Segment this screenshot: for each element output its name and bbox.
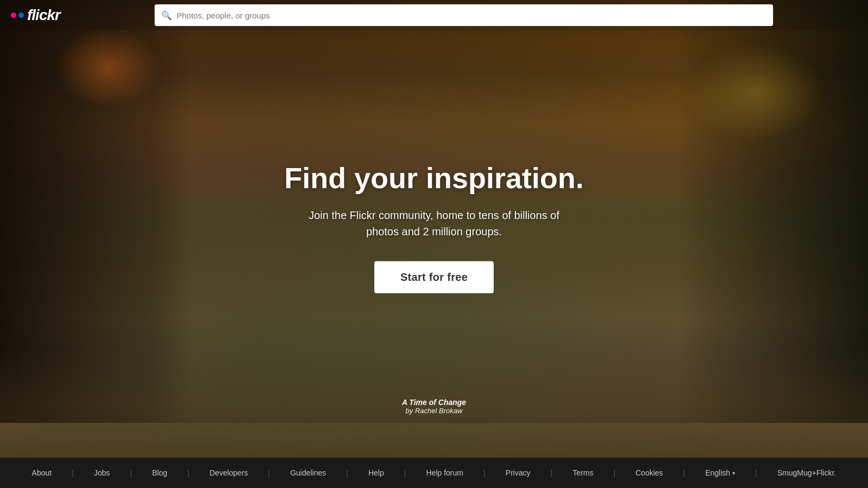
footer-divider-11: | xyxy=(755,468,757,477)
footer-link-help[interactable]: Help xyxy=(368,468,384,477)
photo-credit-author: by Rachel Brokaw xyxy=(402,407,466,415)
footer-link-blog[interactable]: Blog xyxy=(152,468,167,477)
search-icon: 🔍 xyxy=(161,10,172,21)
footer-link-guidelines[interactable]: Guidelines xyxy=(290,468,326,477)
footer-divider-1: | xyxy=(72,468,74,477)
logo-dots xyxy=(11,12,24,18)
footer: About | Jobs | Blog | Developers | Guide… xyxy=(0,458,868,488)
logo-dot-pink xyxy=(11,12,16,18)
start-for-free-button[interactable]: Start for free xyxy=(374,261,494,293)
footer-divider-6: | xyxy=(404,468,406,477)
footer-link-privacy[interactable]: Privacy xyxy=(506,468,531,477)
photo-credit-title: A Time of Change xyxy=(402,398,466,407)
autumn-accent-topleft xyxy=(54,27,163,108)
photo-credit: A Time of Change by Rachel Brokaw xyxy=(402,398,466,415)
footer-divider-2: | xyxy=(130,468,132,477)
search-container: 🔍 xyxy=(155,4,773,26)
footer-link-about[interactable]: About xyxy=(32,468,52,477)
hero-content: Find your inspiration. Join the Flickr c… xyxy=(217,162,651,293)
autumn-accent-topright xyxy=(689,43,825,141)
footer-link-cookies[interactable]: Cookies xyxy=(635,468,663,477)
footer-link-developers[interactable]: Developers xyxy=(209,468,248,477)
footer-link-jobs[interactable]: Jobs xyxy=(94,468,110,477)
footer-link-terms[interactable]: Terms xyxy=(573,468,593,477)
hero-subtitle: Join the Flickr community, home to tens … xyxy=(217,207,651,240)
footer-divider-4: | xyxy=(268,468,270,477)
footer-divider-8: | xyxy=(551,468,553,477)
search-input[interactable] xyxy=(155,4,773,26)
footer-divider-5: | xyxy=(346,468,348,477)
footer-divider-7: | xyxy=(483,468,486,477)
footer-link-helpforum[interactable]: Help forum xyxy=(426,468,463,477)
logo-dot-blue xyxy=(18,12,24,18)
footer-divider-10: | xyxy=(683,468,685,477)
language-label: English xyxy=(705,468,730,477)
navbar: flickr 🔍 xyxy=(0,0,868,30)
logo[interactable]: flickr xyxy=(11,7,60,24)
language-selector[interactable]: English ▾ xyxy=(705,468,735,477)
footer-divider-9: | xyxy=(614,468,616,477)
hero-title: Find your inspiration. xyxy=(217,162,651,194)
footer-link-smugmug[interactable]: SmugMug+Flickr. xyxy=(777,468,837,477)
footer-divider-3: | xyxy=(188,468,190,477)
logo-text: flickr xyxy=(27,7,60,24)
chevron-down-icon: ▾ xyxy=(732,470,735,476)
